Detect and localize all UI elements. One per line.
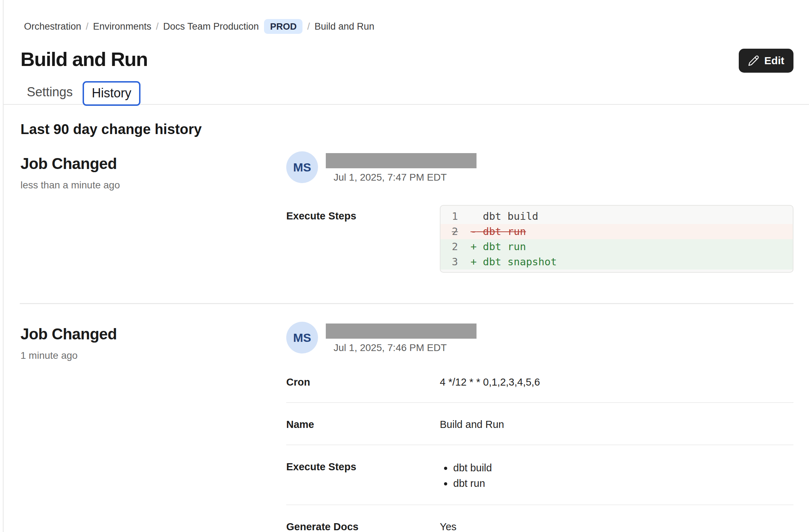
- pencil-icon: [748, 55, 759, 66]
- entry-relative-time: 1 minute ago: [20, 350, 286, 361]
- field-row-cron: Cron 4 */12 * * 0,1,2,3,4,5,6: [286, 375, 793, 403]
- entry-event-title: Job Changed: [20, 325, 286, 343]
- field-value: Yes: [440, 520, 793, 532]
- breadcrumb-orchestration[interactable]: Orchestration: [24, 21, 81, 32]
- author-row: MS Jul 1, 2025, 7:47 PM EDT: [286, 151, 793, 183]
- breadcrumb-separator: /: [156, 21, 159, 32]
- entry-timestamp: Jul 1, 2025, 7:47 PM EDT: [334, 172, 477, 183]
- tab-history[interactable]: History: [83, 81, 140, 106]
- entry-divider: [20, 303, 793, 304]
- breadcrumb-environments[interactable]: Environments: [93, 21, 151, 32]
- page-title: Build and Run: [20, 48, 148, 71]
- title-row: Build and Run Edit: [20, 48, 793, 73]
- execute-steps-diff: 1 dbt build 2- dbt run 2+ dbt run 3+ dbt…: [440, 205, 793, 273]
- author-row: MS Jul 1, 2025, 7:46 PM EDT: [286, 322, 793, 353]
- field-label: Cron: [286, 375, 440, 389]
- field-label: Name: [286, 418, 440, 431]
- main-panel: Orchestration / Environments / Docs Team…: [3, 0, 809, 532]
- history-entry: Job Changed less than a minute ago MS Ju…: [20, 155, 793, 273]
- field-label: Execute Steps: [286, 205, 440, 273]
- breadcrumb-current-job: Build and Run: [314, 21, 374, 32]
- author-meta: Jul 1, 2025, 7:47 PM EDT: [326, 151, 477, 183]
- breadcrumb-separator: /: [86, 21, 89, 32]
- job-history-page: Orchestration / Environments / Docs Team…: [0, 0, 809, 532]
- field-label: Generate Docs: [286, 520, 440, 532]
- changed-fields: Cron 4 */12 * * 0,1,2,3,4,5,6 Name Build…: [286, 375, 793, 532]
- execute-step-item: dbt run: [440, 476, 793, 491]
- section-heading: Last 90 day change history: [20, 121, 793, 137]
- entry-summary: Job Changed 1 minute ago: [20, 325, 286, 532]
- prod-environment-badge: PROD: [264, 19, 302, 34]
- edit-button-label: Edit: [764, 55, 784, 67]
- author-meta: Jul 1, 2025, 7:46 PM EDT: [326, 322, 477, 353]
- field-row-generate-docs: Generate Docs Yes: [286, 505, 793, 532]
- entry-detail: MS Jul 1, 2025, 7:46 PM EDT Cron 4 */12 …: [286, 325, 793, 532]
- field-value: 4 */12 * * 0,1,2,3,4,5,6: [440, 375, 793, 389]
- field-row-execute-steps: Execute Steps dbt build dbt run: [286, 445, 793, 505]
- tab-bar: Settings History: [3, 81, 809, 105]
- diff-line-context: 1 dbt build: [441, 209, 793, 224]
- avatar: MS: [286, 151, 318, 183]
- field-label: Execute Steps: [286, 460, 440, 491]
- entry-event-title: Job Changed: [20, 155, 286, 173]
- breadcrumb-environment-name[interactable]: Docs Team Production: [163, 21, 259, 32]
- execute-steps-change: Execute Steps 1 dbt build 2- dbt run 2+ …: [286, 205, 793, 273]
- diff-line-removed: 2- dbt run: [441, 224, 793, 239]
- entry-summary: Job Changed less than a minute ago: [20, 155, 286, 273]
- edit-button[interactable]: Edit: [739, 49, 793, 73]
- field-value: dbt build dbt run: [440, 460, 793, 491]
- execute-steps-list: dbt build dbt run: [440, 460, 793, 491]
- diff-line-added: 2+ dbt run: [441, 239, 793, 254]
- field-value: Build and Run: [440, 418, 793, 431]
- diff-line-added: 3+ dbt snapshot: [441, 254, 793, 270]
- breadcrumb: Orchestration / Environments / Docs Team…: [24, 18, 793, 35]
- redacted-username-bar: [326, 324, 477, 339]
- entry-relative-time: less than a minute ago: [20, 180, 286, 191]
- tab-settings[interactable]: Settings: [18, 81, 81, 103]
- breadcrumb-separator: /: [307, 21, 310, 32]
- execute-step-item: dbt build: [440, 460, 793, 476]
- entry-detail: MS Jul 1, 2025, 7:47 PM EDT Execute Step…: [286, 155, 793, 273]
- history-entry: Job Changed 1 minute ago MS Jul 1, 2025,…: [20, 325, 793, 532]
- entry-timestamp: Jul 1, 2025, 7:46 PM EDT: [334, 342, 477, 353]
- field-row-name: Name Build and Run: [286, 403, 793, 445]
- avatar: MS: [286, 322, 318, 353]
- redacted-username-bar: [326, 153, 477, 168]
